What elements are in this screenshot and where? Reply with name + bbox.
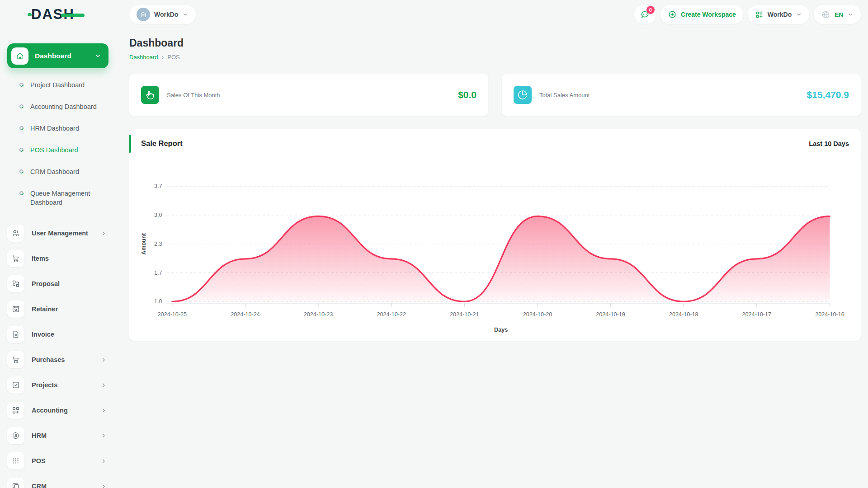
chevron-right-icon (101, 483, 107, 488)
chevron-down-icon (182, 11, 189, 18)
bullet-icon (19, 103, 24, 109)
language-label: EN (835, 11, 843, 18)
logo-area: DASH (0, 6, 116, 23)
chevron-down-icon (847, 11, 854, 18)
breadcrumb-dashboard-link[interactable]: Dashboard (129, 54, 158, 61)
chevron-right-icon (101, 357, 107, 363)
page-title: Dashboard (129, 37, 861, 49)
svg-text:2024-10-19: 2024-10-19 (596, 311, 625, 318)
sidebar-item-user-management[interactable]: User Management (7, 221, 108, 246)
sidebar-item-pos[interactable]: POS (7, 448, 108, 474)
bullet-icon (19, 190, 24, 196)
sidebar-item-label: POS (32, 457, 46, 465)
stat-label: Sales Of This Month (167, 92, 220, 99)
workspace-dropdown[interactable]: WorkDo (748, 5, 809, 24)
home-icon (11, 47, 28, 65)
brand-logo[interactable]: DASH (31, 6, 85, 23)
top-header: DASH WorkDo 0 Create Workspace WorkDo (0, 0, 868, 26)
svg-text:2024-10-17: 2024-10-17 (742, 311, 772, 318)
sidebar-group-dashboard[interactable]: Dashboard (7, 43, 108, 68)
content-row: Dashboard Project Dashboard Accounting D… (0, 26, 868, 488)
invoice-icon (7, 326, 24, 343)
bullet-icon (19, 147, 24, 153)
sidebar-item-label: CRM (32, 483, 47, 488)
chevron-right-icon (101, 230, 107, 236)
area-chart-canvas: 3.73.02.31.71.02024-10-252024-10-242024-… (138, 169, 852, 334)
language-dropdown[interactable]: EN (814, 5, 861, 24)
cart-icon (7, 250, 24, 267)
svg-text:Days: Days (494, 327, 508, 333)
workspace-switcher[interactable]: WorkDo (129, 5, 196, 24)
globe-icon (821, 10, 830, 19)
sidebar-item-items[interactable]: Items (7, 246, 108, 271)
svg-text:2024-10-22: 2024-10-22 (377, 311, 406, 318)
svg-text:1.7: 1.7 (154, 270, 162, 276)
bullet-icon (19, 125, 24, 131)
stat-card-total-sales: Total Sales Amount $15,470.9 (502, 74, 861, 116)
stat-value: $0.0 (458, 89, 476, 100)
sidebar-item-invoice[interactable]: Invoice (7, 322, 108, 347)
svg-text:2024-10-21: 2024-10-21 (450, 311, 479, 318)
breadcrumb-separator: › (162, 53, 164, 61)
sidebar-item-hrm-dashboard[interactable]: HRM Dashboard (7, 117, 108, 139)
svg-text:2024-10-16: 2024-10-16 (815, 311, 844, 318)
sidebar-item-accounting-dashboard[interactable]: Accounting Dashboard (7, 96, 108, 117)
save-icon (7, 300, 24, 318)
sidebar-item-label: Accounting (32, 407, 68, 414)
sidebar-item-purchases[interactable]: Purchases (7, 347, 108, 372)
sidebar-item-label: Accounting Dashboard (30, 102, 97, 111)
stat-card-sales-of-month: Sales Of This Month $0.0 (129, 74, 488, 116)
breadcrumb: Dashboard › POS (129, 53, 861, 61)
building-icon (139, 10, 147, 19)
sidebar-item-label: Purchases (32, 356, 65, 363)
svg-text:2.3: 2.3 (154, 241, 162, 247)
svg-text:2024-10-18: 2024-10-18 (669, 311, 698, 318)
create-workspace-label: Create Workspace (681, 11, 736, 18)
sidebar-item-hrm[interactable]: HRM (7, 423, 108, 448)
sidebar-item-label: CRM Dashboard (30, 167, 79, 176)
sale-report-header: Sale Report Last 10 Days (129, 129, 861, 158)
header-accent-bar (129, 135, 131, 153)
sidebar-item-retainer[interactable]: Retainer (7, 296, 108, 322)
sidebar-item-proposal[interactable]: Proposal (7, 271, 108, 296)
chevron-right-icon (101, 458, 107, 464)
topbar: WorkDo 0 Create Workspace WorkDo EN (116, 5, 868, 24)
svg-text:3.0: 3.0 (154, 212, 162, 218)
svg-text:2024-10-24: 2024-10-24 (231, 311, 260, 318)
sidebar-item-label: Queue Management Dashboard (30, 189, 108, 207)
breadcrumb-current: POS (167, 54, 179, 61)
sidebar-item-label: Retainer (32, 305, 58, 313)
chevron-right-icon (101, 408, 107, 413)
chevron-right-icon (101, 433, 107, 439)
sidebar-item-queue-management-dashboard[interactable]: Queue Management Dashboard (7, 183, 108, 213)
sidebar-item-label: POS Dashboard (30, 145, 78, 155)
chevron-right-icon (101, 382, 107, 388)
sidebar-item-projects[interactable]: Projects (7, 372, 108, 398)
logo-accent-dot (28, 13, 32, 16)
person-dashed-icon (7, 427, 24, 444)
svg-text:Amount: Amount (141, 233, 147, 254)
sidebar-item-label: Invoice (32, 331, 54, 338)
sidebar-item-label: Items (32, 255, 49, 262)
messages-count-badge: 0 (646, 6, 655, 14)
sale-report-range-label: Last 10 Days (809, 140, 849, 147)
chevron-down-icon (94, 52, 101, 59)
create-workspace-button[interactable]: Create Workspace (660, 5, 743, 24)
workspace-dropdown-label: WorkDo (768, 11, 792, 18)
sidebar: Dashboard Project Dashboard Accounting D… (0, 26, 116, 488)
logo-accent-bar (61, 14, 85, 17)
main-content: Dashboard Dashboard › POS Sales Of This … (116, 26, 868, 488)
grid-plus-icon (755, 10, 764, 19)
workspace-switcher-label: WorkDo (154, 11, 178, 18)
sale-report-chart: 3.73.02.31.71.02024-10-252024-10-242024-… (129, 158, 861, 341)
sidebar-item-pos-dashboard[interactable]: POS Dashboard (7, 139, 108, 161)
sidebar-item-crm-dashboard[interactable]: CRM Dashboard (7, 161, 108, 183)
sidebar-item-accounting[interactable]: Accounting (7, 398, 108, 423)
svg-text:1.0: 1.0 (154, 298, 162, 305)
svg-text:3.7: 3.7 (154, 183, 162, 189)
messages-button[interactable]: 0 (634, 5, 656, 24)
sidebar-item-project-dashboard[interactable]: Project Dashboard (7, 74, 108, 96)
svg-text:2024-10-23: 2024-10-23 (304, 311, 333, 318)
sidebar-item-crm[interactable]: CRM (7, 474, 108, 488)
svg-text:2024-10-20: 2024-10-20 (523, 311, 552, 318)
